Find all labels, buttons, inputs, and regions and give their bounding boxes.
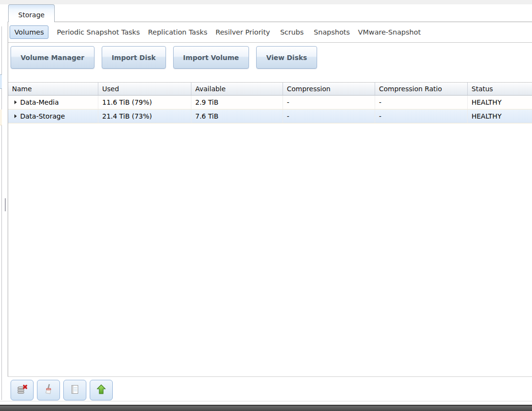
- table-row-data-media[interactable]: Data-Media 11.6 TiB (79%) 2.9 TiB - - HE…: [8, 96, 532, 109]
- column-header-name[interactable]: Name: [8, 83, 98, 95]
- top-strip: [0, 0, 532, 4]
- footer-toolbar: [8, 376, 532, 401]
- left-panel-sliver-tan: [0, 109, 2, 125]
- column-header-compression-ratio[interactable]: Compression Ratio: [375, 83, 468, 95]
- subtab-volumes[interactable]: Volumes: [10, 25, 48, 39]
- subtab-replication-tasks[interactable]: Replication Tasks: [148, 28, 208, 36]
- column-header-status[interactable]: Status: [468, 83, 532, 95]
- column-header-compression[interactable]: Compression: [283, 83, 375, 95]
- left-panel-sliver-blue: [0, 74, 2, 89]
- view-disks-button[interactable]: View Disks: [256, 46, 317, 69]
- upgrade-volume-button[interactable]: [90, 380, 113, 400]
- volume-name: Data-Media: [20, 96, 59, 109]
- volume-status-button[interactable]: [63, 380, 86, 400]
- subtab-periodic-snapshot-tasks[interactable]: Periodic Snapshot Tasks: [57, 28, 140, 36]
- volume-used-cell: 11.6 TiB (79%): [98, 96, 191, 109]
- table-row-data-storage[interactable]: Data-Storage 21.4 TiB (73%) 7.6 TiB - - …: [8, 109, 532, 123]
- column-header-available[interactable]: Available: [191, 83, 283, 95]
- subtab-snapshots[interactable]: Snapshots: [314, 28, 350, 36]
- detach-volume-icon: [17, 384, 27, 397]
- volume-compression-cell: -: [283, 96, 375, 109]
- upgrade-icon: [96, 384, 106, 397]
- volume-status-cell: HEALTHY: [468, 96, 532, 109]
- row-expand-icon[interactable]: [14, 100, 17, 104]
- bottom-dark-bar: [0, 405, 532, 411]
- volume-name: Data-Storage: [20, 109, 65, 123]
- scrub-volume-button[interactable]: [37, 380, 60, 400]
- panel-splitter-handle[interactable]: [5, 198, 6, 211]
- tab-storage[interactable]: Storage: [8, 4, 55, 22]
- volumes-table-header: Name Used Available Compression Compress…: [8, 82, 532, 96]
- volume-name-cell: Data-Media: [8, 96, 98, 109]
- subtab-scrubs[interactable]: Scrubs: [280, 28, 304, 36]
- row-expand-icon[interactable]: [14, 114, 17, 118]
- column-header-used[interactable]: Used: [98, 83, 191, 95]
- detach-volume-button[interactable]: [11, 380, 34, 400]
- import-disk-button[interactable]: Import Disk: [102, 46, 166, 69]
- import-volume-button[interactable]: Import Volume: [173, 46, 249, 69]
- subtab-resilver-priority[interactable]: Resilver Priority: [215, 28, 270, 36]
- storage-screen: Storage Volumes Periodic Snapshot Tasks …: [0, 0, 532, 411]
- volume-actions-toolbar: Volume Manager Import Disk Import Volume…: [8, 43, 532, 82]
- volume-manager-button[interactable]: Volume Manager: [11, 46, 95, 69]
- volume-available-cell: 7.6 TiB: [191, 109, 283, 123]
- volume-compression-ratio-cell: -: [375, 109, 468, 123]
- volume-status-cell: HEALTHY: [468, 109, 532, 123]
- volumes-table: Name Used Available Compression Compress…: [8, 82, 532, 123]
- volume-name-cell: Data-Storage: [8, 109, 98, 123]
- subtab-vmware-snapshot[interactable]: VMware-Snapshot: [358, 28, 421, 36]
- volume-status-icon: [70, 384, 80, 397]
- subtab-bar: Volumes Periodic Snapshot Tasks Replicat…: [8, 22, 532, 43]
- volume-compression-cell: -: [283, 109, 375, 123]
- content-bottom-divider: [0, 401, 532, 401]
- scrub-icon: [43, 384, 54, 397]
- volume-used-cell: 21.4 TiB (73%): [98, 109, 191, 123]
- volume-compression-ratio-cell: -: [375, 96, 468, 109]
- volume-available-cell: 2.9 TiB: [191, 96, 283, 109]
- tab-storage-label: Storage: [18, 11, 45, 19]
